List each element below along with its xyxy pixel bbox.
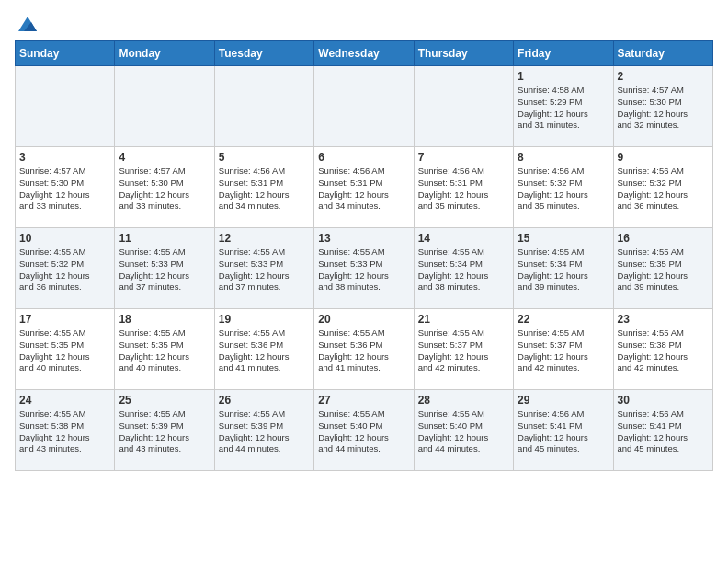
calendar-cell: 16Sunrise: 4:55 AM Sunset: 5:35 PM Dayli… <box>613 228 712 309</box>
day-info: Sunrise: 4:55 AM Sunset: 5:39 PM Dayligh… <box>119 408 210 455</box>
day-info: Sunrise: 4:55 AM Sunset: 5:36 PM Dayligh… <box>318 327 409 374</box>
day-info: Sunrise: 4:56 AM Sunset: 5:31 PM Dayligh… <box>418 166 509 213</box>
calendar-cell: 3Sunrise: 4:57 AM Sunset: 5:30 PM Daylig… <box>16 147 115 228</box>
calendar-cell: 8Sunrise: 4:56 AM Sunset: 5:32 PM Daylig… <box>514 147 613 228</box>
day-info: Sunrise: 4:56 AM Sunset: 5:32 PM Dayligh… <box>618 166 709 213</box>
day-number: 5 <box>219 151 310 164</box>
calendar-cell <box>115 66 214 147</box>
day-info: Sunrise: 4:55 AM Sunset: 5:40 PM Dayligh… <box>318 408 409 455</box>
day-number: 24 <box>19 394 110 407</box>
calendar-cell: 18Sunrise: 4:55 AM Sunset: 5:35 PM Dayli… <box>115 309 214 390</box>
day-number: 19 <box>219 313 310 326</box>
day-number: 16 <box>618 232 709 245</box>
day-info: Sunrise: 4:55 AM Sunset: 5:37 PM Dayligh… <box>418 327 509 374</box>
day-number: 11 <box>119 232 210 245</box>
day-number: 21 <box>418 313 509 326</box>
calendar-week-3: 10Sunrise: 4:55 AM Sunset: 5:32 PM Dayli… <box>16 228 713 309</box>
day-number: 15 <box>518 232 609 245</box>
day-info: Sunrise: 4:57 AM Sunset: 5:30 PM Dayligh… <box>119 166 210 213</box>
weekday-header-saturday: Saturday <box>613 41 712 66</box>
calendar-cell <box>414 66 513 147</box>
day-info: Sunrise: 4:57 AM Sunset: 5:30 PM Dayligh… <box>19 166 110 213</box>
calendar-cell: 29Sunrise: 4:56 AM Sunset: 5:41 PM Dayli… <box>514 390 613 471</box>
calendar-cell: 1Sunrise: 4:58 AM Sunset: 5:29 PM Daylig… <box>514 66 613 147</box>
calendar-week-2: 3Sunrise: 4:57 AM Sunset: 5:30 PM Daylig… <box>16 147 713 228</box>
weekday-header-monday: Monday <box>115 41 214 66</box>
weekday-header-sunday: Sunday <box>16 41 115 66</box>
calendar-cell: 26Sunrise: 4:55 AM Sunset: 5:39 PM Dayli… <box>214 390 313 471</box>
day-number: 12 <box>219 232 310 245</box>
day-info: Sunrise: 4:57 AM Sunset: 5:30 PM Dayligh… <box>618 85 709 132</box>
day-info: Sunrise: 4:58 AM Sunset: 5:29 PM Dayligh… <box>518 85 609 132</box>
day-number: 2 <box>618 70 709 83</box>
weekday-header-thursday: Thursday <box>414 41 513 66</box>
calendar-cell <box>314 66 414 147</box>
day-info: Sunrise: 4:55 AM Sunset: 5:34 PM Dayligh… <box>418 247 509 293</box>
calendar-cell <box>214 66 313 147</box>
calendar-week-5: 24Sunrise: 4:55 AM Sunset: 5:38 PM Dayli… <box>16 390 713 471</box>
calendar-cell: 14Sunrise: 4:55 AM Sunset: 5:34 PM Dayli… <box>414 228 513 309</box>
calendar-cell <box>16 66 115 147</box>
day-info: Sunrise: 4:55 AM Sunset: 5:32 PM Dayligh… <box>19 247 110 293</box>
day-info: Sunrise: 4:55 AM Sunset: 5:35 PM Dayligh… <box>19 327 110 374</box>
calendar-cell: 23Sunrise: 4:55 AM Sunset: 5:38 PM Dayli… <box>613 309 712 390</box>
calendar-cell: 20Sunrise: 4:55 AM Sunset: 5:36 PM Dayli… <box>314 309 414 390</box>
day-number: 26 <box>219 394 310 407</box>
day-number: 9 <box>618 151 709 164</box>
logo <box>15 15 39 33</box>
calendar-cell: 4Sunrise: 4:57 AM Sunset: 5:30 PM Daylig… <box>115 147 214 228</box>
day-info: Sunrise: 4:56 AM Sunset: 5:31 PM Dayligh… <box>318 166 409 213</box>
calendar-week-4: 17Sunrise: 4:55 AM Sunset: 5:35 PM Dayli… <box>16 309 713 390</box>
weekday-header-wednesday: Wednesday <box>314 41 414 66</box>
day-info: Sunrise: 4:56 AM Sunset: 5:41 PM Dayligh… <box>518 408 609 455</box>
calendar-cell: 17Sunrise: 4:55 AM Sunset: 5:35 PM Dayli… <box>16 309 115 390</box>
calendar-cell: 9Sunrise: 4:56 AM Sunset: 5:32 PM Daylig… <box>613 147 712 228</box>
day-number: 3 <box>19 151 110 164</box>
day-info: Sunrise: 4:55 AM Sunset: 5:34 PM Dayligh… <box>518 247 609 293</box>
calendar-cell: 25Sunrise: 4:55 AM Sunset: 5:39 PM Dayli… <box>115 390 214 471</box>
day-info: Sunrise: 4:55 AM Sunset: 5:33 PM Dayligh… <box>119 247 210 293</box>
day-info: Sunrise: 4:55 AM Sunset: 5:35 PM Dayligh… <box>618 247 709 293</box>
day-number: 17 <box>19 313 110 326</box>
calendar-cell: 22Sunrise: 4:55 AM Sunset: 5:37 PM Dayli… <box>514 309 613 390</box>
calendar-cell: 30Sunrise: 4:56 AM Sunset: 5:41 PM Dayli… <box>613 390 712 471</box>
day-info: Sunrise: 4:55 AM Sunset: 5:33 PM Dayligh… <box>318 247 409 293</box>
day-info: Sunrise: 4:55 AM Sunset: 5:36 PM Dayligh… <box>219 327 310 374</box>
day-number: 25 <box>119 394 210 407</box>
day-number: 23 <box>618 313 709 326</box>
calendar-cell: 7Sunrise: 4:56 AM Sunset: 5:31 PM Daylig… <box>414 147 513 228</box>
page-header <box>15 15 713 33</box>
calendar-cell: 15Sunrise: 4:55 AM Sunset: 5:34 PM Dayli… <box>514 228 613 309</box>
day-info: Sunrise: 4:55 AM Sunset: 5:39 PM Dayligh… <box>219 408 310 455</box>
calendar-cell: 12Sunrise: 4:55 AM Sunset: 5:33 PM Dayli… <box>214 228 313 309</box>
weekday-header-friday: Friday <box>514 41 613 66</box>
day-info: Sunrise: 4:56 AM Sunset: 5:31 PM Dayligh… <box>219 166 310 213</box>
day-number: 30 <box>618 394 709 407</box>
calendar-cell: 19Sunrise: 4:55 AM Sunset: 5:36 PM Dayli… <box>214 309 313 390</box>
calendar-cell: 28Sunrise: 4:55 AM Sunset: 5:40 PM Dayli… <box>414 390 513 471</box>
day-number: 20 <box>318 313 409 326</box>
calendar-cell: 27Sunrise: 4:55 AM Sunset: 5:40 PM Dayli… <box>314 390 414 471</box>
day-info: Sunrise: 4:55 AM Sunset: 5:37 PM Dayligh… <box>518 327 609 374</box>
day-number: 1 <box>518 70 609 83</box>
day-number: 7 <box>418 151 509 164</box>
day-number: 10 <box>19 232 110 245</box>
day-info: Sunrise: 4:56 AM Sunset: 5:41 PM Dayligh… <box>618 408 709 455</box>
day-number: 13 <box>318 232 409 245</box>
day-number: 27 <box>318 394 409 407</box>
calendar-week-1: 1Sunrise: 4:58 AM Sunset: 5:29 PM Daylig… <box>16 66 713 147</box>
calendar-table: SundayMondayTuesdayWednesdayThursdayFrid… <box>15 40 713 471</box>
weekday-header-tuesday: Tuesday <box>214 41 313 66</box>
day-number: 18 <box>119 313 210 326</box>
day-number: 29 <box>518 394 609 407</box>
day-number: 6 <box>318 151 409 164</box>
calendar-cell: 11Sunrise: 4:55 AM Sunset: 5:33 PM Dayli… <box>115 228 214 309</box>
day-info: Sunrise: 4:55 AM Sunset: 5:38 PM Dayligh… <box>618 327 709 374</box>
day-number: 8 <box>518 151 609 164</box>
day-info: Sunrise: 4:55 AM Sunset: 5:33 PM Dayligh… <box>219 247 310 293</box>
day-info: Sunrise: 4:55 AM Sunset: 5:35 PM Dayligh… <box>119 327 210 374</box>
day-number: 28 <box>418 394 509 407</box>
calendar-cell: 13Sunrise: 4:55 AM Sunset: 5:33 PM Dayli… <box>314 228 414 309</box>
calendar-cell: 10Sunrise: 4:55 AM Sunset: 5:32 PM Dayli… <box>16 228 115 309</box>
calendar-cell: 24Sunrise: 4:55 AM Sunset: 5:38 PM Dayli… <box>16 390 115 471</box>
